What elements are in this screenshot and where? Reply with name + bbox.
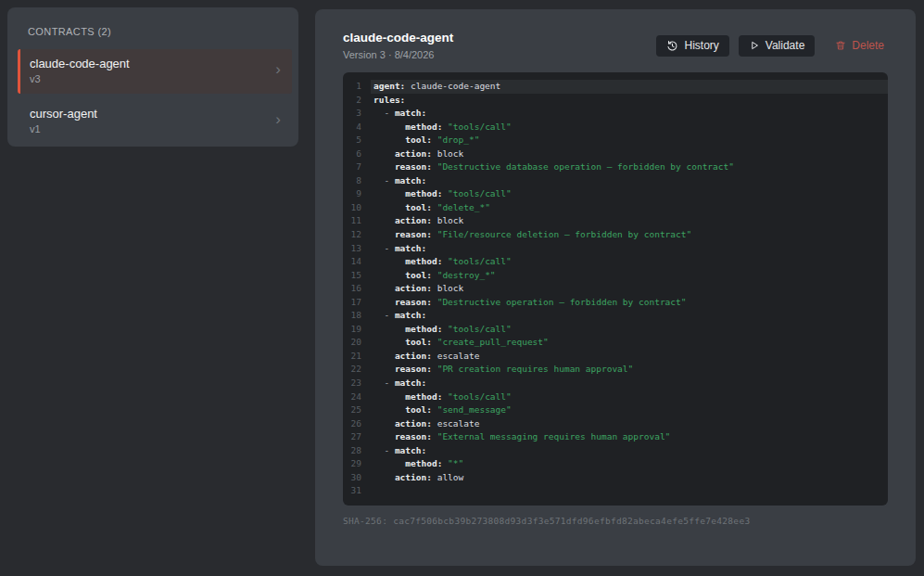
- code-line: 1agent: claude-code-agent: [343, 80, 888, 94]
- contract-version: v3: [30, 72, 283, 86]
- delete-button-label: Delete: [852, 39, 884, 52]
- line-number: 24: [343, 390, 361, 404]
- code-line-content: - match:: [371, 107, 888, 121]
- line-number: 29: [343, 457, 361, 471]
- contract-editor[interactable]: 1agent: claude-code-agent2rules:3 - matc…: [343, 72, 888, 506]
- line-number: 6: [343, 147, 361, 161]
- code-line: 27 reason: "External messaging requires …: [343, 430, 888, 444]
- code-line-content: action: allow: [371, 471, 888, 485]
- history-button-label: History: [684, 39, 718, 52]
- code-line-content: reason: "PR creation requires human appr…: [371, 363, 888, 377]
- sha-footer: SHA-256: cac7f506bcb39b273808d93d3f3e571…: [343, 516, 888, 526]
- code-line-content: tool: "send_message": [371, 403, 888, 417]
- line-number: 10: [343, 201, 361, 215]
- line-number: 28: [343, 444, 361, 458]
- code-lines: 1agent: claude-code-agent2rules:3 - matc…: [343, 80, 888, 498]
- contracts-list: claude-code-agentv3›cursor-agentv1›: [7, 49, 298, 144]
- code-line: 11 action: block: [343, 214, 888, 228]
- code-line: 17 reason: "Destructive operation — forb…: [343, 296, 888, 310]
- code-line-content: - match:: [371, 377, 888, 390]
- line-number: 20: [343, 336, 361, 350]
- chevron-right-icon: ›: [275, 60, 281, 79]
- code-line: 5 tool: "drop_*": [343, 134, 888, 147]
- code-line-content: method: "*": [371, 457, 888, 471]
- code-line-content: action: escalate: [371, 417, 888, 431]
- page-title: claude-code-agent: [343, 30, 453, 45]
- code-line-content: action: block: [371, 214, 888, 228]
- code-line-content: method: "tools/call": [371, 255, 888, 269]
- line-number: 7: [343, 160, 361, 174]
- code-line-content: agent: claude-code-agent: [371, 80, 888, 94]
- code-line: 26 action: escalate: [343, 417, 888, 431]
- code-line: 15 tool: "destroy_*": [343, 269, 888, 283]
- line-number: 4: [343, 121, 361, 134]
- code-line-content: tool: "drop_*": [371, 134, 888, 147]
- code-line: 10 tool: "delete_*": [343, 201, 888, 215]
- panel-header: claude-code-agent Version 3 · 8/4/2026 H…: [343, 30, 888, 61]
- code-line: 25 tool: "send_message": [343, 403, 888, 417]
- contracts-sidebar: CONTRACTS (2) claude-code-agentv3›cursor…: [7, 7, 298, 147]
- code-line-content: action: block: [371, 282, 888, 296]
- contract-name: cursor-agent: [30, 106, 283, 122]
- line-number: 23: [343, 377, 361, 390]
- line-number: 2: [343, 94, 361, 108]
- line-number: 12: [343, 228, 361, 242]
- line-number: 31: [343, 484, 361, 498]
- code-line-content: - match:: [371, 309, 888, 323]
- line-number: 17: [343, 296, 361, 310]
- contracts-header: CONTRACTS (2): [7, 7, 298, 37]
- line-number: 13: [343, 242, 361, 256]
- line-number: 15: [343, 269, 361, 283]
- code-line: 22 reason: "PR creation requires human a…: [343, 363, 888, 377]
- code-line-content: - match:: [371, 444, 888, 458]
- code-line: 12 reason: "File/resource deletion — for…: [343, 228, 888, 242]
- code-line-content: action: block: [371, 147, 888, 161]
- code-line: 14 method: "tools/call": [343, 255, 888, 269]
- code-line-content: method: "tools/call": [371, 187, 888, 201]
- title-block: claude-code-agent Version 3 · 8/4/2026: [343, 30, 453, 61]
- validate-button[interactable]: Validate: [739, 35, 815, 57]
- code-line-content: - match:: [371, 242, 888, 256]
- code-line-content: tool: "delete_*": [371, 201, 888, 215]
- code-line-content: reason: "Destructive operation — forbidd…: [371, 296, 888, 310]
- line-number: 22: [343, 363, 361, 377]
- code-line: 16 action: block: [343, 282, 888, 296]
- code-line: 21 action: escalate: [343, 350, 888, 364]
- code-line: 6 action: block: [343, 147, 888, 161]
- code-line-content: reason: "Destructive database operation …: [371, 160, 888, 174]
- code-line-content: [371, 484, 888, 498]
- line-number: 21: [343, 350, 361, 364]
- delete-button[interactable]: Delete: [831, 35, 888, 57]
- line-number: 18: [343, 309, 361, 323]
- code-line-content: method: "tools/call": [371, 121, 888, 134]
- line-number: 14: [343, 255, 361, 269]
- code-line: 23 - match:: [343, 377, 888, 390]
- code-line: 28 - match:: [343, 444, 888, 458]
- line-number: 3: [343, 107, 361, 121]
- chevron-right-icon: ›: [275, 110, 281, 129]
- line-number: 1: [343, 80, 361, 94]
- code-line-content: action: escalate: [371, 350, 888, 364]
- trash-icon: [835, 40, 846, 51]
- history-icon: [666, 40, 678, 52]
- line-number: 27: [343, 430, 361, 444]
- sidebar-item-claude-code-agent[interactable]: claude-code-agentv3›: [18, 49, 292, 94]
- contract-version: v1: [30, 122, 283, 136]
- line-number: 30: [343, 471, 361, 485]
- history-button[interactable]: History: [656, 35, 728, 57]
- code-line-content: reason: "File/resource deletion — forbid…: [371, 228, 888, 242]
- line-number: 16: [343, 282, 361, 296]
- version-subtitle: Version 3 · 8/4/2026: [343, 48, 453, 61]
- code-line: 24 method: "tools/call": [343, 390, 888, 404]
- sidebar-item-cursor-agent[interactable]: cursor-agentv1›: [18, 99, 292, 144]
- line-number: 19: [343, 323, 361, 337]
- action-bar: History Validate: [656, 35, 888, 57]
- code-line: 2rules:: [343, 94, 888, 108]
- line-number: 8: [343, 174, 361, 188]
- validate-button-label: Validate: [766, 39, 804, 52]
- code-line-content: tool: "create_pull_request": [371, 336, 888, 350]
- code-line: 18 - match:: [343, 309, 888, 323]
- code-line: 7 reason: "Destructive database operatio…: [343, 160, 888, 174]
- contract-name: claude-code-agent: [30, 56, 283, 71]
- code-line: 9 method: "tools/call": [343, 187, 888, 201]
